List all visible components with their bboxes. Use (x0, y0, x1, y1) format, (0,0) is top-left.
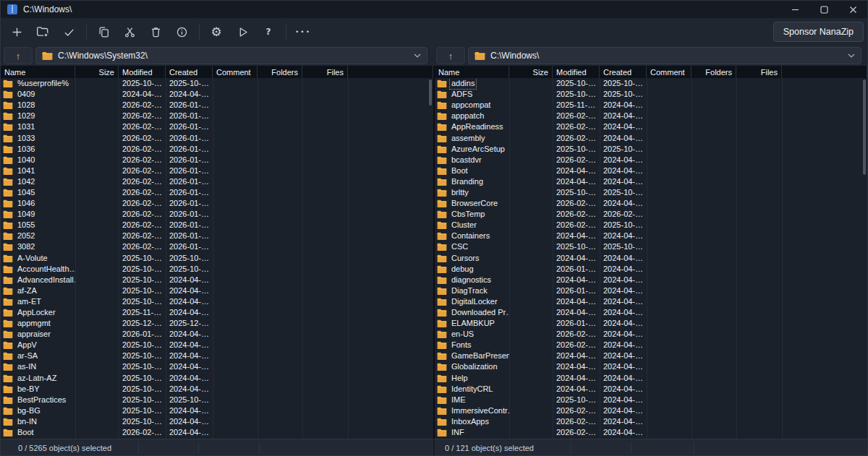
right-address-combobox[interactable]: C:\Windows\ (468, 47, 861, 64)
table-row[interactable]: 1036 2026-02-… 2026-01-… (1, 144, 433, 155)
table-row[interactable]: GameBarPresen… 2024-04-… 2024-04-… (435, 350, 867, 361)
column-created[interactable]: Created (600, 66, 647, 78)
minimize-button[interactable] (780, 1, 809, 18)
table-row[interactable]: %userprofile% 2025-10-… 2025-10-… (1, 78, 433, 89)
add-button[interactable] (6, 22, 27, 42)
column-files[interactable]: Files (736, 66, 782, 78)
table-row[interactable]: debug 2026-01-… 2024-04-… (435, 264, 867, 275)
vertical-scrollbar[interactable] (429, 79, 432, 106)
table-row[interactable]: 1049 2026-02-… 2026-01-… (1, 209, 433, 220)
table-row[interactable]: bg-BG 2025-10-… 2024-04-… (1, 405, 433, 416)
new-folder-button[interactable] (32, 22, 54, 42)
chevron-down-icon[interactable] (848, 53, 855, 58)
table-row[interactable]: 1045 2026-02-… 2026-01-… (1, 187, 433, 198)
test-check-button[interactable] (58, 22, 80, 42)
table-row[interactable]: Globalization 2024-04-… 2024-04-… (435, 361, 867, 372)
up-button[interactable]: ↑ (4, 47, 33, 64)
table-row[interactable]: 1042 2026-02-… 2026-01-… (1, 176, 433, 187)
table-row[interactable]: bn-IN 2025-10-… 2024-04-… (1, 416, 433, 427)
column-modified[interactable]: Modified (553, 66, 600, 78)
table-row[interactable]: af-ZA 2025-10-… 2024-04-… (1, 285, 433, 296)
table-row[interactable]: ELAMBKUP 2026-01-… 2024-04-… (435, 318, 867, 329)
up-button[interactable]: ↑ (436, 47, 465, 64)
column-modified[interactable]: Modified (119, 66, 166, 78)
table-row[interactable]: IdentityCRL 2024-04-… 2024-04-… (435, 384, 867, 395)
table-row[interactable]: ADFS 2025-10-… 2025-10-… (435, 89, 867, 100)
close-button[interactable] (838, 1, 867, 18)
table-row[interactable]: ImmersiveContr… 2026-02-… 2024-04-… (435, 405, 867, 416)
table-row[interactable]: bcastdvr 2026-02-… 2024-04-… (435, 155, 867, 165)
table-row[interactable]: ar-SA 2025-10-… 2024-04-… (1, 350, 433, 361)
table-row[interactable]: BrowserCore 2026-02-… 2024-04-… (435, 198, 867, 209)
vertical-scrollbar[interactable] (863, 79, 866, 175)
cut-scissors-button[interactable] (119, 22, 140, 42)
column-created[interactable]: Created (166, 66, 213, 78)
help-button[interactable]: ? (258, 22, 279, 42)
column-folders[interactable]: Folders (258, 66, 302, 78)
table-row[interactable]: Downloaded Pr… 2024-04-… 2024-04-… (435, 307, 867, 318)
table-row[interactable]: appmgmt 2025-12-… 2025-12-… (1, 318, 433, 329)
maximize-button[interactable] (809, 1, 838, 18)
settings-gear-button[interactable]: ⚙ (205, 22, 227, 42)
table-row[interactable]: appcompat 2025-11-… 2024-04-… (435, 100, 867, 111)
table-row[interactable]: Cursors 2024-04-… 2024-04-… (435, 253, 867, 264)
run-play-button[interactable] (231, 22, 253, 42)
table-row[interactable]: Fonts 2026-02-… 2024-04-… (435, 340, 867, 350)
table-row[interactable]: 3082 2026-02-… 2026-01-… (1, 241, 433, 252)
table-row[interactable]: 1040 2026-02-… 2026-01-… (1, 155, 433, 165)
table-row[interactable]: A-Volute 2025-10-… 2025-10-… (1, 253, 433, 264)
table-row[interactable]: be-BY 2025-10-… 2024-04-… (1, 384, 433, 395)
info-button[interactable] (171, 22, 192, 42)
table-row[interactable]: en-US 2026-02-… 2024-04-… (435, 329, 867, 340)
table-row[interactable]: addins 2025-10-… 2025-10-… (435, 78, 867, 89)
table-row[interactable]: 1031 2026-02-… 2026-01-… (1, 121, 433, 132)
table-row[interactable]: BestPractices 2025-10-… 2025-10-… (1, 395, 433, 405)
table-row[interactable]: 0409 2024-04-… 2024-04-… (1, 89, 433, 100)
table-row[interactable]: 1041 2026-02-… 2026-01-… (1, 165, 433, 176)
chevron-down-icon[interactable] (414, 53, 421, 58)
table-row[interactable]: Boot 2026-02-… 2024-04-… (1, 427, 433, 438)
column-name[interactable]: Name (1, 66, 75, 78)
table-row[interactable]: DigitalLocker 2024-04-… 2024-04-… (435, 296, 867, 307)
table-row[interactable]: diagnostics 2024-04-… 2024-04-… (435, 275, 867, 285)
table-row[interactable]: 1033 2026-02-… 2026-01-… (1, 132, 433, 143)
table-row[interactable]: AdvancedInstall… 2025-10-… 2024-04-… (1, 275, 433, 285)
table-row[interactable]: 1029 2026-02-… 2026-01-… (1, 111, 433, 121)
column-name[interactable]: Name (435, 66, 509, 78)
table-row[interactable]: Boot 2024-04-… 2024-04-… (435, 165, 867, 176)
table-row[interactable]: CbsTemp 2026-02-… 2026-02-… (435, 209, 867, 220)
table-row[interactable]: INF 2026-02-… 2024-04-… (435, 427, 867, 438)
table-row[interactable]: AzureArcSetup 2025-10-… 2025-10-… (435, 144, 867, 155)
copy-button[interactable] (93, 22, 114, 42)
table-row[interactable]: AccountHealth… 2025-10-… 2025-10-… (1, 264, 433, 275)
table-row[interactable]: AppV 2025-10-… 2024-04-… (1, 340, 433, 350)
column-folders[interactable]: Folders (692, 66, 736, 78)
column-files[interactable]: Files (302, 66, 348, 78)
table-row[interactable]: apppatch 2026-02-… 2024-04-… (435, 111, 867, 121)
table-row[interactable]: brltty 2025-10-… 2025-10-… (435, 187, 867, 198)
table-row[interactable]: Cluster 2026-02-… 2025-10-… (435, 220, 867, 231)
table-row[interactable]: CSC 2025-10-… 2025-10-… (435, 241, 867, 252)
table-row[interactable]: appraiser 2026-01-… 2024-04-… (1, 329, 433, 340)
table-row[interactable]: am-ET 2025-10-… 2024-04-… (1, 296, 433, 307)
table-row[interactable]: Help 2024-04-… 2024-04-… (435, 373, 867, 384)
table-row[interactable]: 1046 2026-02-… 2026-01-… (1, 198, 433, 209)
table-row[interactable]: DiagTrack 2026-01-… 2024-04-… (435, 285, 867, 296)
table-row[interactable]: 1028 2026-02-… 2026-01-… (1, 100, 433, 111)
table-row[interactable]: Branding 2024-04-… 2024-04-… (435, 176, 867, 187)
table-row[interactable]: IME 2025-10-… 2024-04-… (435, 395, 867, 405)
left-address-combobox[interactable]: C:\Windows\System32\ (35, 47, 427, 64)
table-row[interactable]: AppReadiness 2026-02-… 2024-04-… (435, 121, 867, 132)
table-row[interactable]: assembly 2026-02-… 2024-04-… (435, 132, 867, 143)
delete-trash-button[interactable] (145, 22, 166, 42)
table-row[interactable]: 2052 2026-02-… 2026-01-… (1, 231, 433, 241)
table-row[interactable]: Containers 2024-04-… 2024-04-… (435, 231, 867, 241)
table-row[interactable]: AppLocker 2025-11-… 2024-04-… (1, 307, 433, 318)
sponsor-nanazip-button[interactable]: Sponsor NanaZip (773, 22, 864, 42)
table-row[interactable]: az-Latn-AZ 2025-10-… 2024-04-… (1, 373, 433, 384)
column-comment[interactable]: Comment (213, 66, 258, 78)
table-row[interactable]: 1055 2026-02-… 2026-01-… (1, 220, 433, 231)
table-row[interactable]: as-IN 2025-10-… 2024-04-… (1, 361, 433, 372)
column-size[interactable]: Size (75, 66, 119, 78)
table-row[interactable]: InboxApps 2026-02-… 2024-04-… (435, 416, 867, 427)
